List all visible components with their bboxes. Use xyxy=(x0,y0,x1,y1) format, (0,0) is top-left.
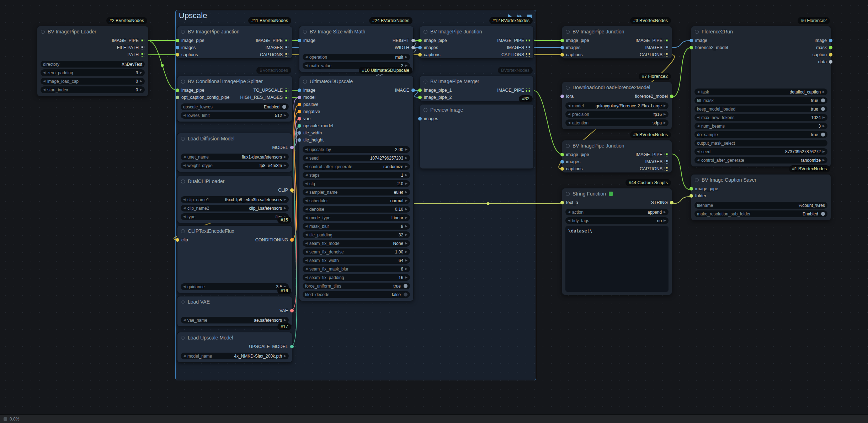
port-dot-icon[interactable] xyxy=(560,39,564,42)
port-dot-icon[interactable] xyxy=(418,39,422,42)
increment-arrow-icon[interactable]: ▶ xyxy=(405,182,408,185)
port-dot-icon[interactable] xyxy=(670,95,673,98)
node-bv-conditional-imagepipe-splitter[interactable]: BVortexNodes BV Conditional ImagePipe Sp… xyxy=(177,76,292,122)
grid-port-icon[interactable] xyxy=(665,160,669,164)
decrement-arrow-icon[interactable]: ◀ xyxy=(183,207,186,210)
link-wire[interactable] xyxy=(533,90,562,154)
widget-tiled_decode[interactable]: tiled_decodefalse xyxy=(303,291,410,298)
widget-filename[interactable]: filename%count_%res xyxy=(694,202,827,209)
toggle-knob[interactable] xyxy=(404,284,408,288)
output-port-IMAGES[interactable]: IMAGES xyxy=(635,44,669,51)
output-port-IMAGE_PIPE[interactable]: IMAGE_PIPE xyxy=(635,37,669,44)
decrement-arrow-icon[interactable]: ◀ xyxy=(305,216,308,219)
grid-port-icon[interactable] xyxy=(285,53,289,57)
widget-control_after_generate[interactable]: ◀control_after_generaterandomize▶ xyxy=(694,157,827,164)
toggle-knob[interactable] xyxy=(821,107,825,111)
node-bv-imagepipe-junction-11[interactable]: #11 BVortexNodes BV ImagePipe Junction i… xyxy=(177,26,292,59)
widget-task[interactable]: ◀taskdetailed_caption▶ xyxy=(694,89,827,95)
decrement-arrow-icon[interactable]: ◀ xyxy=(43,71,46,74)
decrement-arrow-icon[interactable]: ◀ xyxy=(305,225,308,228)
output-port-IMAGE_PIPE[interactable]: IMAGE_PIPE xyxy=(497,37,530,44)
port-dot-icon[interactable] xyxy=(418,89,422,92)
widget-keep_model_loaded[interactable]: keep_model_loadedtrue xyxy=(694,106,827,112)
input-port-image_pipe[interactable]: image_pipe xyxy=(565,37,589,44)
decrement-arrow-icon[interactable]: ◀ xyxy=(305,233,308,236)
widget-clip_name2[interactable]: ◀clip_name2clip_l.safetensors▶ xyxy=(181,205,289,212)
decrement-arrow-icon[interactable]: ◀ xyxy=(305,182,308,185)
input-port-images[interactable]: images xyxy=(565,158,589,165)
collapse-dot-icon[interactable] xyxy=(424,30,427,34)
port-dot-icon[interactable] xyxy=(560,53,564,57)
output-port-IMAGE_PIPE[interactable]: IMAGE_PIPE xyxy=(112,37,145,44)
port-dot-icon[interactable] xyxy=(829,53,832,57)
decrement-arrow-icon[interactable]: ◀ xyxy=(305,242,308,245)
widget-output_mask_select[interactable]: output_mask_select xyxy=(694,140,827,146)
widget-max_new_tokens[interactable]: ◀max_new_tokens1024▶ xyxy=(694,114,827,121)
input-port-tile_height[interactable]: tile_height xyxy=(303,136,333,144)
input-port-image_pipe_2[interactable]: image_pipe_2 xyxy=(423,94,452,101)
port-dot-icon[interactable] xyxy=(290,188,294,192)
decrement-arrow-icon[interactable]: ◀ xyxy=(697,124,699,128)
collapse-dot-icon[interactable] xyxy=(181,30,185,34)
node-bv-imagepipe-junction-12[interactable]: #12 BVortexNodes BV ImagePipe Junction i… xyxy=(420,26,534,59)
node-graph-canvas[interactable]: Upscale #2 BVortexNodes BV ImagePipe Loa… xyxy=(0,0,868,423)
widget-action[interactable]: ◀actionappend▶ xyxy=(565,209,669,215)
port-dot-icon[interactable] xyxy=(298,110,301,113)
widget-upscale_lowres[interactable]: upscale_lowresEnabled xyxy=(181,103,289,110)
port-dot-icon[interactable] xyxy=(298,39,301,42)
decrement-arrow-icon[interactable]: ◀ xyxy=(305,165,308,168)
node-load-diffusion-model[interactable]: Load Diffusion Model MODEL ◀unet_nameflu… xyxy=(177,133,292,172)
input-port-image_pipe[interactable]: image_pipe xyxy=(181,87,230,94)
increment-arrow-icon[interactable]: ▶ xyxy=(405,225,408,228)
increment-arrow-icon[interactable]: ▶ xyxy=(822,116,825,119)
port-dot-icon[interactable] xyxy=(298,138,301,142)
decrement-arrow-icon[interactable]: ◀ xyxy=(568,104,570,107)
node-string-function[interactable]: #44 Custom-Scripts String Function text_… xyxy=(562,188,672,295)
widget-seed[interactable]: ◀seed10742796257203▶ xyxy=(303,155,410,161)
link-wire[interactable] xyxy=(671,41,691,48)
increment-arrow-icon[interactable]: ▶ xyxy=(822,124,825,128)
port-dot-icon[interactable] xyxy=(298,96,301,99)
decrement-arrow-icon[interactable]: ◀ xyxy=(43,80,46,83)
increment-arrow-icon[interactable]: ▶ xyxy=(405,276,408,279)
grid-port-icon[interactable] xyxy=(285,96,289,100)
widget-operation[interactable]: ◀operationmult▶ xyxy=(303,54,410,60)
grid-port-icon[interactable] xyxy=(285,89,289,92)
output-port-TO_UPSCALE[interactable]: TO_UPSCALE xyxy=(240,87,289,94)
widget-unet_name[interactable]: ◀unet_nameflux1-dev.safetensors▶ xyxy=(181,154,289,160)
widget-textarea-text[interactable]: \dataset\ xyxy=(565,226,669,292)
increment-arrow-icon[interactable]: ▶ xyxy=(664,219,666,222)
grid-port-icon[interactable] xyxy=(285,39,289,43)
increment-arrow-icon[interactable]: ▶ xyxy=(822,90,825,93)
input-port-captions[interactable]: captions xyxy=(565,165,589,172)
increment-arrow-icon[interactable]: ▶ xyxy=(405,242,408,245)
link-wire[interactable] xyxy=(671,154,691,190)
toggle-knob[interactable] xyxy=(404,293,408,296)
grid-port-icon[interactable] xyxy=(526,89,530,92)
increment-arrow-icon[interactable]: ▶ xyxy=(405,267,408,271)
port-dot-icon[interactable] xyxy=(829,39,832,42)
grid-port-icon[interactable] xyxy=(141,46,145,50)
input-port-image[interactable]: image xyxy=(694,37,728,44)
decrement-arrow-icon[interactable]: ◀ xyxy=(183,164,186,167)
port-dot-icon[interactable] xyxy=(298,124,301,128)
grid-port-icon[interactable] xyxy=(665,39,669,43)
widget-start_index[interactable]: ◀start_index0▶ xyxy=(41,86,145,93)
node-cliptextencodeflux[interactable]: #15 CLIPTextEncodeFlux clipCONDITIONING … xyxy=(177,225,292,293)
collapse-dot-icon[interactable] xyxy=(181,80,185,84)
input-port-image_pipe[interactable]: image_pipe xyxy=(565,151,589,158)
port-dot-icon[interactable] xyxy=(298,131,301,135)
increment-arrow-icon[interactable]: ▶ xyxy=(140,80,142,83)
node-florence2run[interactable]: #6 Florence2 Florence2Run imageflorence2… xyxy=(691,26,831,167)
decrement-arrow-icon[interactable]: ◀ xyxy=(305,267,308,271)
decrement-arrow-icon[interactable]: ◀ xyxy=(697,150,699,153)
input-port-image_pipe[interactable]: image_pipe xyxy=(423,37,447,44)
widget-clip_name1[interactable]: ◀clip_name1t5xxl_fp8_e4m3fn.safetensors▶ xyxy=(181,196,289,203)
port-dot-icon[interactable] xyxy=(689,194,693,198)
widget-seed[interactable]: ◀seed873709527876272▶ xyxy=(694,148,827,155)
node-bv-imagepipe-junction-3[interactable]: #3 BVortexNodes BV ImagePipe Junction im… xyxy=(562,26,672,59)
widget-tile_padding[interactable]: ◀tile_padding32▶ xyxy=(303,231,410,238)
port-dot-icon[interactable] xyxy=(418,46,422,49)
increment-arrow-icon[interactable]: ▶ xyxy=(405,55,408,59)
decrement-arrow-icon[interactable]: ◀ xyxy=(183,155,186,159)
